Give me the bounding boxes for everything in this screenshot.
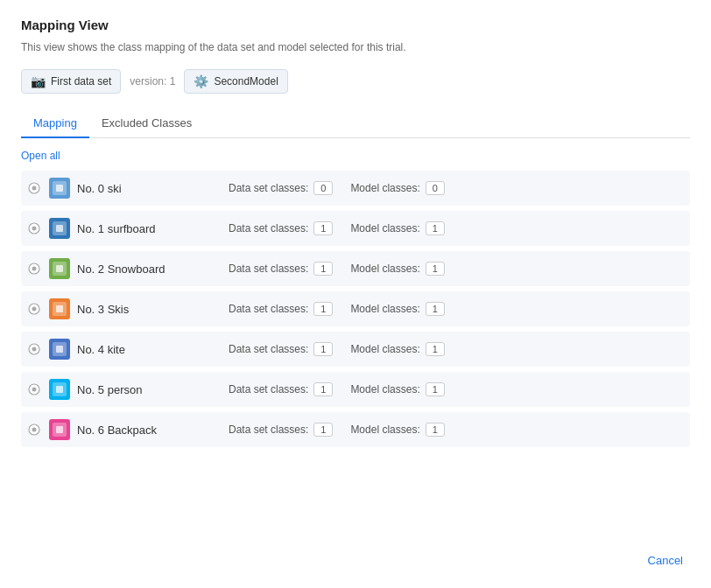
dataset-classes-meta: Data set classes: 0 <box>229 181 333 195</box>
model-classes-label: Model classes: <box>350 424 419 436</box>
meta-section: Data set classes: 1 Model classes: 1 <box>229 423 685 437</box>
dataset-classes-meta: Data set classes: 1 <box>229 221 333 235</box>
table-row[interactable]: No. 2 Snowboard Data set classes: 1 Mode… <box>21 251 690 286</box>
expand-icon <box>26 262 42 275</box>
open-all-link[interactable]: Open all <box>21 150 60 162</box>
class-label: No. 5 person <box>77 383 213 396</box>
dataset-chip[interactable]: 📷 First data set <box>21 69 121 94</box>
meta-section: Data set classes: 1 Model classes: 1 <box>229 342 685 356</box>
class-label: No. 6 Backpack <box>77 424 213 437</box>
model-count-badge: 1 <box>426 382 445 396</box>
class-label: No. 4 kite <box>77 343 213 356</box>
dataset-classes-meta: Data set classes: 1 <box>229 342 333 356</box>
model-classes-label: Model classes: <box>350 383 419 396</box>
camera-icon: 📷 <box>31 74 46 88</box>
tab-mapping[interactable]: Mapping <box>21 109 89 138</box>
expand-icon <box>26 182 42 194</box>
model-classes-meta: Model classes: 1 <box>350 221 444 235</box>
model-classes-meta: Model classes: 1 <box>350 382 444 396</box>
model-count-badge: 1 <box>426 262 445 276</box>
class-icon <box>49 419 70 440</box>
svg-point-1 <box>32 186 37 191</box>
expand-icon <box>26 222 42 234</box>
model-classes-label: Model classes: <box>350 343 419 355</box>
svg-rect-5 <box>56 225 63 232</box>
expand-icon <box>26 424 42 436</box>
page-description: This view shows the class mapping of the… <box>21 41 690 53</box>
table-row[interactable]: No. 6 Backpack Data set classes: 1 Model… <box>21 412 690 447</box>
dataset-count-badge: 1 <box>313 221 333 235</box>
model-count-badge: 0 <box>426 181 445 195</box>
class-icon <box>49 258 70 279</box>
dataset-count-badge: 1 <box>313 423 333 437</box>
dataset-bar: 📷 First data set version: 1 ⚙️ SecondMod… <box>21 69 690 94</box>
class-icon <box>49 218 70 239</box>
dataset-count-badge: 1 <box>313 302 333 316</box>
model-classes-meta: Model classes: 1 <box>350 342 444 356</box>
dataset-classes-label: Data set classes: <box>229 303 308 315</box>
table-row[interactable]: No. 1 surfboard Data set classes: 1 Mode… <box>21 211 690 246</box>
svg-rect-14 <box>56 346 63 353</box>
model-count-badge: 1 <box>426 302 445 316</box>
svg-rect-20 <box>56 426 63 433</box>
dataset-classes-label: Data set classes: <box>229 262 308 275</box>
class-label: No. 1 surfboard <box>77 222 213 235</box>
model-classes-meta: Model classes: 1 <box>350 302 444 316</box>
svg-point-10 <box>32 307 37 312</box>
svg-point-19 <box>32 428 37 432</box>
meta-section: Data set classes: 1 Model classes: 1 <box>229 302 685 316</box>
table-row[interactable]: No. 5 person Data set classes: 1 Model c… <box>21 372 690 407</box>
model-classes-label: Model classes: <box>350 262 419 275</box>
class-label: No. 2 Snowboard <box>77 262 213 276</box>
dataset-classes-meta: Data set classes: 1 <box>229 423 333 437</box>
dataset-classes-label: Data set classes: <box>229 182 308 194</box>
class-icon <box>49 379 70 400</box>
class-label: No. 0 ski <box>77 182 213 195</box>
expand-icon <box>26 383 42 396</box>
table-row[interactable]: No. 0 ski Data set classes: 0 Model clas… <box>21 171 690 206</box>
class-icon <box>49 298 70 319</box>
model-chip[interactable]: ⚙️ SecondModel <box>184 69 287 94</box>
dataset-count-badge: 1 <box>313 382 333 396</box>
model-classes-meta: Model classes: 1 <box>350 262 444 276</box>
model-icon: ⚙️ <box>194 74 208 88</box>
meta-section: Data set classes: 1 Model classes: 1 <box>229 382 685 396</box>
expand-icon <box>26 303 42 315</box>
model-classes-label: Model classes: <box>350 303 419 315</box>
dataset-count-badge: 0 <box>313 181 333 195</box>
expand-icon <box>26 343 42 355</box>
model-label: SecondModel <box>214 75 278 88</box>
svg-point-13 <box>32 347 37 352</box>
dataset-classes-meta: Data set classes: 1 <box>229 262 333 276</box>
model-classes-label: Model classes: <box>350 182 419 194</box>
meta-section: Data set classes: 0 Model classes: 0 <box>229 181 685 195</box>
svg-rect-11 <box>56 305 63 312</box>
table-row[interactable]: No. 4 kite Data set classes: 1 Model cla… <box>21 332 690 367</box>
svg-point-4 <box>32 227 37 231</box>
meta-section: Data set classes: 1 Model classes: 1 <box>229 221 685 235</box>
tab-excluded-classes[interactable]: Excluded Classes <box>89 109 204 138</box>
dataset-classes-label: Data set classes: <box>229 343 308 355</box>
mapping-list: No. 0 ski Data set classes: 0 Model clas… <box>21 171 690 451</box>
version-text: version: 1 <box>130 75 175 88</box>
class-label: No. 3 Skis <box>77 303 213 316</box>
tabs-container: Mapping Excluded Classes <box>21 109 690 138</box>
page-title: Mapping View <box>21 18 690 32</box>
class-icon <box>49 178 70 199</box>
dataset-count-badge: 1 <box>313 262 333 276</box>
svg-rect-17 <box>56 386 63 393</box>
dataset-label: First data set <box>51 75 111 88</box>
model-classes-label: Model classes: <box>350 222 419 234</box>
model-classes-meta: Model classes: 0 <box>350 181 444 195</box>
class-icon <box>49 339 70 360</box>
svg-point-16 <box>32 388 37 392</box>
dataset-classes-label: Data set classes: <box>229 424 308 436</box>
model-count-badge: 1 <box>426 221 445 235</box>
model-count-badge: 1 <box>426 423 445 437</box>
cancel-button[interactable]: Cancel <box>641 550 690 570</box>
dataset-classes-label: Data set classes: <box>229 383 308 396</box>
table-row[interactable]: No. 3 Skis Data set classes: 1 Model cla… <box>21 291 690 326</box>
dataset-classes-meta: Data set classes: 1 <box>229 382 333 396</box>
svg-point-7 <box>32 267 37 271</box>
model-count-badge: 1 <box>426 342 445 356</box>
